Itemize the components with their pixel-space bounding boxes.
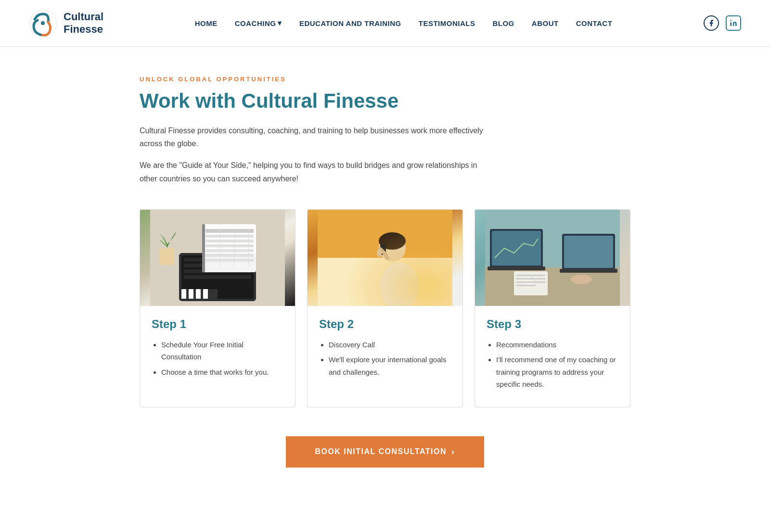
step3-label: Step 3 bbox=[487, 317, 618, 331]
nav-education[interactable]: EDUCATION AND TRAINING bbox=[299, 19, 401, 27]
step1-list: Schedule Your Free Initial Consultation … bbox=[152, 339, 283, 379]
step2-list: Discovery Call We'll explore your intern… bbox=[319, 339, 451, 379]
svg-rect-37 bbox=[318, 210, 452, 306]
svg-rect-15 bbox=[205, 244, 254, 247]
logo-area: Cultural Finesse bbox=[29, 9, 103, 38]
facebook-icon[interactable] bbox=[704, 15, 719, 31]
svg-rect-42 bbox=[488, 266, 545, 270]
svg-point-48 bbox=[571, 275, 592, 284]
step3-bullet-2: I'll recommend one of my coaching or tra… bbox=[496, 354, 618, 391]
brand-name: Cultural Finesse bbox=[64, 11, 103, 36]
svg-point-1 bbox=[41, 21, 45, 25]
step-card-2: Step 2 Discovery Call We'll explore your… bbox=[307, 209, 463, 407]
svg-rect-18 bbox=[205, 259, 254, 262]
step2-bullet-1: Discovery Call bbox=[329, 339, 451, 351]
step1-body: Step 1 Schedule Your Free Initial Consul… bbox=[140, 306, 295, 395]
step3-body: Step 3 Recommendations I'll recommend on… bbox=[475, 306, 630, 407]
cta-section: BOOK INITIAL CONSULTATION › bbox=[140, 431, 630, 482]
main-content: UNLOCK GLOBAL OPPORTUNITIES Work with Cu… bbox=[120, 47, 650, 501]
step1-label: Step 1 bbox=[152, 317, 283, 331]
hero-para1: Cultural Finesse provides consulting, co… bbox=[140, 124, 486, 150]
svg-rect-50 bbox=[516, 275, 545, 276]
step2-bullet-2: We'll explore your international goals a… bbox=[329, 354, 451, 378]
page-wrapper: Cultural Finesse HOME COACHING ▾ EDUCATI… bbox=[0, 0, 770, 532]
hero-title: Work with Cultural Finesse bbox=[140, 89, 630, 113]
header: Cultural Finesse HOME COACHING ▾ EDUCATI… bbox=[0, 0, 770, 47]
svg-rect-12 bbox=[205, 229, 254, 233]
step2-image bbox=[308, 210, 462, 306]
cta-label: BOOK INITIAL CONSULTATION bbox=[315, 447, 447, 456]
svg-rect-16 bbox=[205, 249, 254, 252]
svg-rect-28 bbox=[203, 289, 208, 299]
svg-rect-2 bbox=[730, 22, 732, 26]
social-icons bbox=[704, 15, 741, 31]
svg-rect-45 bbox=[560, 269, 617, 273]
step2-body: Step 2 Discovery Call We'll explore your… bbox=[308, 306, 462, 395]
step1-bullet-2: Choose a time that works for you. bbox=[161, 366, 283, 379]
nav-coaching[interactable]: COACHING ▾ bbox=[235, 19, 282, 27]
svg-rect-26 bbox=[189, 289, 193, 299]
svg-rect-10 bbox=[184, 275, 251, 279]
book-consultation-button[interactable]: BOOK INITIAL CONSULTATION › bbox=[286, 436, 484, 468]
nav-contact[interactable]: CONTACT bbox=[576, 19, 613, 27]
nav-testimonials[interactable]: TESTIMONIALS bbox=[419, 19, 475, 27]
cta-arrow-icon: › bbox=[451, 447, 455, 457]
hero-para2: We are the "Guide at Your Side," helping… bbox=[140, 159, 486, 185]
svg-rect-13 bbox=[205, 235, 254, 238]
nav-home[interactable]: HOME bbox=[195, 19, 218, 27]
svg-rect-17 bbox=[205, 254, 254, 257]
chevron-down-icon: ▾ bbox=[278, 19, 282, 27]
svg-rect-52 bbox=[516, 281, 545, 283]
step3-list: Recommendations I'll recommend one of my… bbox=[487, 339, 618, 391]
step3-image bbox=[475, 210, 630, 306]
svg-rect-53 bbox=[516, 285, 536, 286]
svg-rect-23 bbox=[160, 248, 174, 265]
svg-rect-44 bbox=[564, 236, 613, 268]
hero-description: Cultural Finesse provides consulting, co… bbox=[140, 124, 486, 185]
linkedin-icon[interactable] bbox=[726, 15, 741, 31]
svg-rect-22 bbox=[202, 224, 205, 272]
step1-bullet-1: Schedule Your Free Initial Consultation bbox=[161, 339, 283, 363]
svg-rect-51 bbox=[516, 278, 545, 279]
svg-rect-41 bbox=[492, 231, 541, 266]
step-card-3: Step 3 Recommendations I'll recommend on… bbox=[475, 209, 630, 407]
step2-label: Step 2 bbox=[319, 317, 451, 331]
step-card-1: Step 1 Schedule Your Free Initial Consul… bbox=[140, 209, 295, 407]
svg-rect-27 bbox=[196, 289, 201, 299]
svg-point-3 bbox=[730, 20, 732, 21]
logo-icon bbox=[29, 9, 58, 38]
hero-eyebrow: UNLOCK GLOBAL OPPORTUNITIES bbox=[140, 76, 630, 83]
svg-rect-39 bbox=[485, 267, 620, 306]
svg-rect-14 bbox=[205, 240, 254, 242]
step3-bullet-1: Recommendations bbox=[496, 339, 618, 351]
nav-blog[interactable]: BLOG bbox=[492, 19, 514, 27]
nav-about[interactable]: ABOUT bbox=[532, 19, 559, 27]
hero-section: UNLOCK GLOBAL OPPORTUNITIES Work with Cu… bbox=[140, 76, 630, 185]
steps-section: Step 1 Schedule Your Free Initial Consul… bbox=[140, 209, 630, 407]
svg-rect-25 bbox=[181, 289, 186, 299]
main-nav: HOME COACHING ▾ EDUCATION AND TRAINING T… bbox=[195, 19, 613, 27]
step1-image bbox=[140, 210, 295, 306]
